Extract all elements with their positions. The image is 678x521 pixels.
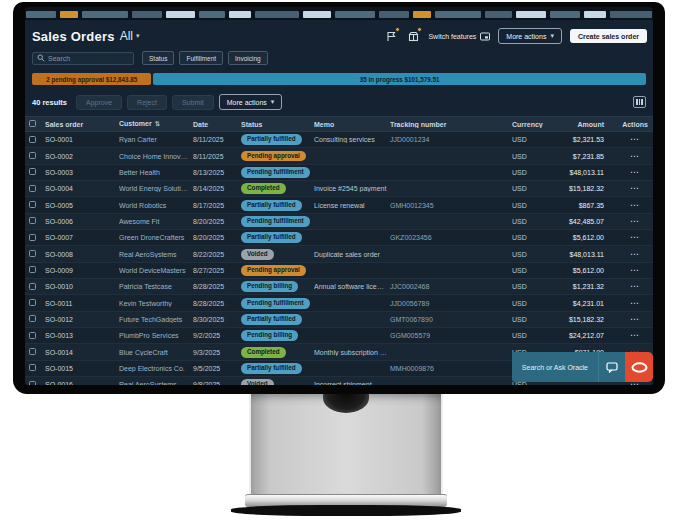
cell-currency: USD bbox=[512, 153, 560, 160]
view-selector-label: All bbox=[120, 29, 133, 43]
in-progress-segment[interactable]: 35 in progress $101,579.51 bbox=[153, 73, 646, 85]
row-checkbox[interactable] bbox=[29, 315, 36, 322]
status-badge: Completed bbox=[241, 347, 286, 358]
table-row[interactable]: SO-0001 Ryan Carter 8/11/2025 Partially … bbox=[25, 132, 653, 148]
search-input[interactable] bbox=[48, 55, 129, 62]
row-checkbox[interactable] bbox=[29, 217, 36, 224]
table-row[interactable]: SO-0005 World Robotics 8/17/2025 Partial… bbox=[25, 197, 653, 213]
search-input-wrap[interactable] bbox=[32, 52, 134, 65]
strip-segment bbox=[485, 11, 513, 18]
col-date[interactable]: Date bbox=[193, 121, 241, 128]
table-row[interactable]: SO-0006 Awesome Fit 8/20/2025 Pending fu… bbox=[25, 214, 653, 230]
table-row[interactable]: SO-0008 Real AeroSystems 8/22/2025 Voide… bbox=[25, 246, 653, 262]
col-sales-order[interactable]: Sales order bbox=[45, 121, 119, 128]
cell-amount: $15,182.32 bbox=[560, 185, 620, 192]
results-count: 40 results bbox=[32, 98, 67, 107]
filter-chip-fulfillment[interactable]: Fulfillment bbox=[179, 51, 223, 65]
chat-button[interactable] bbox=[598, 352, 625, 382]
create-sales-order-button[interactable]: Create sales order bbox=[570, 29, 647, 43]
row-checkbox[interactable] bbox=[29, 299, 36, 306]
col-amount[interactable]: Amount bbox=[560, 121, 620, 128]
cell-date: 8/28/2025 bbox=[193, 283, 241, 290]
column-settings-icon[interactable] bbox=[633, 96, 646, 108]
col-memo[interactable]: Memo bbox=[314, 121, 390, 128]
cell-amount: $48,013.11 bbox=[560, 169, 620, 176]
reject-button[interactable]: Reject bbox=[127, 95, 167, 110]
row-checkbox[interactable] bbox=[29, 152, 36, 159]
col-tracking[interactable]: Tracking number bbox=[390, 121, 512, 128]
row-checkbox[interactable] bbox=[29, 283, 36, 290]
col-status[interactable]: Status bbox=[241, 121, 314, 128]
cell-currency: USD bbox=[512, 316, 560, 323]
row-actions-button[interactable]: ⋯ bbox=[630, 136, 640, 143]
row-checkbox[interactable] bbox=[29, 185, 36, 192]
row-checkbox[interactable] bbox=[29, 381, 36, 385]
table-row[interactable]: SO-0009 World DeviceMasters 8/27/2025 Pe… bbox=[25, 263, 653, 279]
table-row[interactable]: SO-0004 World Energy Solutions 8/14/2025… bbox=[25, 181, 653, 197]
cell-currency: USD bbox=[512, 169, 560, 176]
switch-features-button[interactable]: Switch features bbox=[428, 32, 490, 41]
submit-button[interactable]: Submit bbox=[172, 95, 214, 110]
row-actions-button[interactable]: ⋯ bbox=[630, 185, 640, 192]
row-actions-button[interactable]: ⋯ bbox=[630, 283, 640, 290]
screen: Sales Orders All ▾ bbox=[25, 7, 653, 385]
view-selector[interactable]: All ▾ bbox=[120, 29, 140, 43]
strip-segment bbox=[166, 11, 196, 18]
row-actions-button[interactable]: ⋯ bbox=[630, 251, 640, 258]
cell-memo: License renewal bbox=[314, 202, 390, 209]
row-checkbox[interactable] bbox=[29, 332, 36, 339]
approve-button[interactable]: Approve bbox=[76, 95, 122, 110]
row-actions-button[interactable]: ⋯ bbox=[630, 153, 640, 160]
row-actions-button[interactable]: ⋯ bbox=[630, 316, 640, 323]
table-row[interactable]: SO-0013 PlumbPro Services 9/2/2025 Pendi… bbox=[25, 328, 653, 344]
table-row[interactable]: SO-0010 Patricia Testcase 8/28/2025 Pend… bbox=[25, 279, 653, 295]
oracle-logo-button[interactable] bbox=[625, 352, 653, 382]
status-badge: Pending approval bbox=[241, 151, 306, 162]
row-checkbox[interactable] bbox=[29, 250, 36, 257]
sort-icon[interactable]: ⇅ bbox=[155, 120, 160, 127]
more-actions-button-top[interactable]: More actions ▾ bbox=[498, 28, 562, 44]
table-row[interactable]: SO-0003 Better Health 8/13/2025 Pending … bbox=[25, 165, 653, 181]
row-actions-button[interactable]: ⋯ bbox=[630, 202, 640, 209]
row-actions-button[interactable]: ⋯ bbox=[630, 169, 640, 176]
cell-customer: World Robotics bbox=[119, 202, 193, 209]
row-checkbox[interactable] bbox=[29, 364, 36, 371]
select-all-checkbox[interactable] bbox=[29, 120, 36, 127]
filter-chip-status[interactable]: Status bbox=[142, 51, 174, 65]
row-actions-button[interactable]: ⋯ bbox=[630, 267, 640, 274]
row-checkbox[interactable] bbox=[29, 168, 36, 175]
row-checkbox[interactable] bbox=[29, 266, 36, 273]
cell-sales-order: SO-0014 bbox=[45, 349, 119, 356]
status-badge: Completed bbox=[241, 183, 286, 194]
row-actions-button[interactable]: ⋯ bbox=[630, 234, 640, 241]
row-checkbox[interactable] bbox=[29, 234, 36, 241]
row-checkbox[interactable] bbox=[29, 348, 36, 355]
row-actions-button[interactable]: ⋯ bbox=[630, 300, 640, 307]
filter-chip-invoicing[interactable]: Invoicing bbox=[228, 51, 268, 65]
col-customer[interactable]: Customer⇅ bbox=[119, 120, 193, 128]
table-row[interactable]: SO-0002 Choice Home Innovations 8/11/202… bbox=[25, 148, 653, 164]
row-checkbox[interactable] bbox=[29, 136, 36, 143]
cell-currency: USD bbox=[512, 267, 560, 274]
bulk-actions-toolbar: 40 results ApproveRejectSubmit More acti… bbox=[25, 87, 653, 116]
row-checkbox[interactable] bbox=[29, 201, 36, 208]
flag-icon bbox=[386, 31, 397, 42]
packages-button[interactable] bbox=[406, 30, 420, 42]
cell-tracking: GKZ0023456 bbox=[390, 234, 512, 241]
chevron-down-icon: ▾ bbox=[136, 32, 140, 40]
pending-approval-segment[interactable]: 2 pending approval $12,843.85 bbox=[32, 73, 151, 85]
table-row[interactable]: SO-0011 Kevin Testworthy 8/28/2025 Pendi… bbox=[25, 295, 653, 311]
col-currency[interactable]: Currency bbox=[512, 121, 560, 128]
assistant-label[interactable]: Search or Ask Oracle bbox=[512, 352, 598, 382]
cell-customer: Ryan Carter bbox=[119, 136, 193, 143]
table-row[interactable]: SO-0012 Future TechGadgets 8/30/2025 Par… bbox=[25, 312, 653, 328]
more-actions-label: More actions bbox=[506, 33, 546, 40]
search-icon bbox=[37, 54, 45, 62]
table-row[interactable]: SO-0007 Green DroneCrafters 8/20/2025 Pa… bbox=[25, 230, 653, 246]
strip-segment bbox=[229, 11, 251, 18]
feedback-flag-button[interactable] bbox=[384, 30, 398, 42]
row-actions-button[interactable]: ⋯ bbox=[630, 218, 640, 225]
cell-tracking: GMH0012345 bbox=[390, 202, 512, 209]
more-actions-button-toolbar[interactable]: More actions ▾ bbox=[219, 94, 283, 110]
row-actions-button[interactable]: ⋯ bbox=[630, 332, 640, 339]
